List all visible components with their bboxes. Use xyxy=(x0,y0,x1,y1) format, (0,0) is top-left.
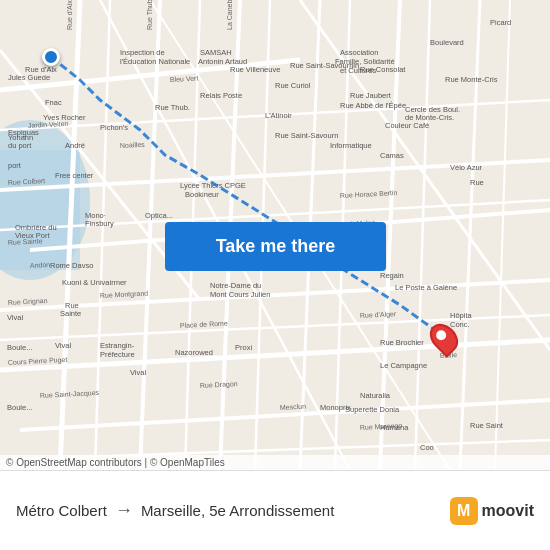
svg-text:Monoprix: Monoprix xyxy=(320,403,351,412)
route-arrow-icon: → xyxy=(115,500,133,521)
svg-text:Camas: Camas xyxy=(380,151,404,160)
svg-text:Vival: Vival xyxy=(130,368,146,377)
svg-text:Boule...: Boule... xyxy=(7,403,32,412)
svg-text:Sainte: Sainte xyxy=(60,309,81,318)
svg-text:Superette Donia: Superette Donia xyxy=(345,405,400,414)
svg-text:Boulevard: Boulevard xyxy=(430,38,464,47)
svg-text:Informatique: Informatique xyxy=(330,141,372,150)
route-to-label: Marseille, 5e Arrondissement xyxy=(141,502,334,519)
svg-text:Picard: Picard xyxy=(490,18,511,27)
svg-text:Rue Consolat: Rue Consolat xyxy=(360,65,406,74)
svg-text:Regain: Regain xyxy=(380,271,404,280)
svg-text:Bookineur: Bookineur xyxy=(185,190,219,199)
svg-text:Notre-Dame du: Notre-Dame du xyxy=(210,281,261,290)
svg-text:SAMSAH: SAMSAH xyxy=(200,48,232,57)
svg-text:Proxi: Proxi xyxy=(235,343,252,352)
svg-text:Hôpita: Hôpita xyxy=(450,311,473,320)
svg-text:Coo: Coo xyxy=(420,443,434,452)
bottom-bar: Métro Colbert → Marseille, 5e Arrondisse… xyxy=(0,470,550,550)
svg-text:Inspection de: Inspection de xyxy=(120,48,165,57)
svg-text:l'Éducation Nationale: l'Éducation Nationale xyxy=(120,57,190,66)
svg-text:Rue Villeneuve: Rue Villeneuve xyxy=(230,65,280,74)
svg-text:Pichon's: Pichon's xyxy=(100,123,128,132)
svg-text:Relais Poste: Relais Poste xyxy=(200,91,242,100)
svg-text:Rue Jaubert: Rue Jaubert xyxy=(350,91,392,100)
svg-text:Le Campagne: Le Campagne xyxy=(380,361,427,370)
svg-text:Nazorowed: Nazorowed xyxy=(175,348,213,357)
svg-text:Boule...: Boule... xyxy=(7,343,32,352)
svg-text:Association: Association xyxy=(340,48,378,57)
map-attribution: © OpenStreetMap contributors | © OpenMap… xyxy=(0,455,550,470)
svg-text:Rue: Rue xyxy=(470,178,484,187)
svg-text:Rue d'Aix: Rue d'Aix xyxy=(25,65,57,74)
svg-text:Mesclun: Mesclun xyxy=(280,403,307,411)
svg-text:Jules Guede: Jules Guede xyxy=(8,73,50,82)
svg-text:Bleu Vert: Bleu Vert xyxy=(170,75,199,83)
svg-text:Vélo Azur: Vélo Azur xyxy=(450,163,483,172)
svg-text:Kuoni & Univairmer: Kuoni & Univairmer xyxy=(62,278,127,287)
svg-text:Mont Cours Julien: Mont Cours Julien xyxy=(210,290,270,299)
destination-marker xyxy=(432,322,456,354)
take-me-there-button[interactable]: Take me there xyxy=(165,222,386,271)
svg-text:Rue Saint: Rue Saint xyxy=(470,421,504,430)
svg-text:Vival: Vival xyxy=(7,313,23,322)
svg-text:Espiguas: Espiguas xyxy=(8,128,39,137)
svg-text:Rue Brochier: Rue Brochier xyxy=(380,338,424,347)
svg-text:Humana: Humana xyxy=(380,423,409,432)
svg-text:port: port xyxy=(8,161,22,170)
moovit-logo: m moovit xyxy=(450,497,534,525)
svg-text:Naturalia: Naturalia xyxy=(360,391,391,400)
svg-text:Préfecture: Préfecture xyxy=(100,350,135,359)
svg-text:Rue d'Aix: Rue d'Aix xyxy=(66,0,73,30)
svg-text:Rue Monte-Cris: Rue Monte-Cris xyxy=(445,75,498,84)
svg-text:Rue Curiol: Rue Curiol xyxy=(275,81,311,90)
svg-text:Finsbury: Finsbury xyxy=(85,219,114,228)
svg-text:Le Poste à Galène: Le Poste à Galène xyxy=(395,283,457,292)
svg-text:Rue Thub.: Rue Thub. xyxy=(155,103,190,112)
route-from-label: Métro Colbert xyxy=(16,502,107,519)
svg-text:du port: du port xyxy=(8,141,32,150)
route-info: Métro Colbert → Marseille, 5e Arrondisse… xyxy=(16,497,534,525)
svg-text:Couleur Café: Couleur Café xyxy=(385,121,429,130)
map-container: Rue Colbert Rue Sainte Rue Grignan Cours… xyxy=(0,0,550,470)
svg-text:Optica...: Optica... xyxy=(145,211,173,220)
moovit-m-icon: m xyxy=(450,497,478,525)
moovit-brand-name: moovit xyxy=(482,502,534,520)
svg-text:Andon: Andon xyxy=(30,261,51,269)
svg-text:Estrangin-: Estrangin- xyxy=(100,341,135,350)
svg-text:Vieux Port: Vieux Port xyxy=(15,231,50,240)
svg-text:Rue Abbé de l'Épée: Rue Abbé de l'Épée xyxy=(340,101,406,110)
svg-text:Rue Saint-Savournin: Rue Saint-Savournin xyxy=(290,61,359,70)
svg-text:L'Atinoir: L'Atinoir xyxy=(265,111,292,120)
svg-text:La Canebière: La Canebière xyxy=(226,0,233,30)
svg-text:Rue Thubaneau: Rue Thubaneau xyxy=(146,0,153,30)
svg-text:Vival: Vival xyxy=(55,341,71,350)
svg-text:Rue Saint-Savourn: Rue Saint-Savourn xyxy=(275,131,338,140)
svg-text:Free center: Free center xyxy=(55,171,94,180)
svg-text:Noailles: Noailles xyxy=(120,141,146,149)
svg-text:Fnac: Fnac xyxy=(45,98,62,107)
svg-text:Yves Rocher: Yves Rocher xyxy=(43,113,86,122)
svg-text:Rome Davso: Rome Davso xyxy=(50,261,93,270)
origin-marker xyxy=(42,48,60,66)
svg-text:André: André xyxy=(65,141,85,150)
